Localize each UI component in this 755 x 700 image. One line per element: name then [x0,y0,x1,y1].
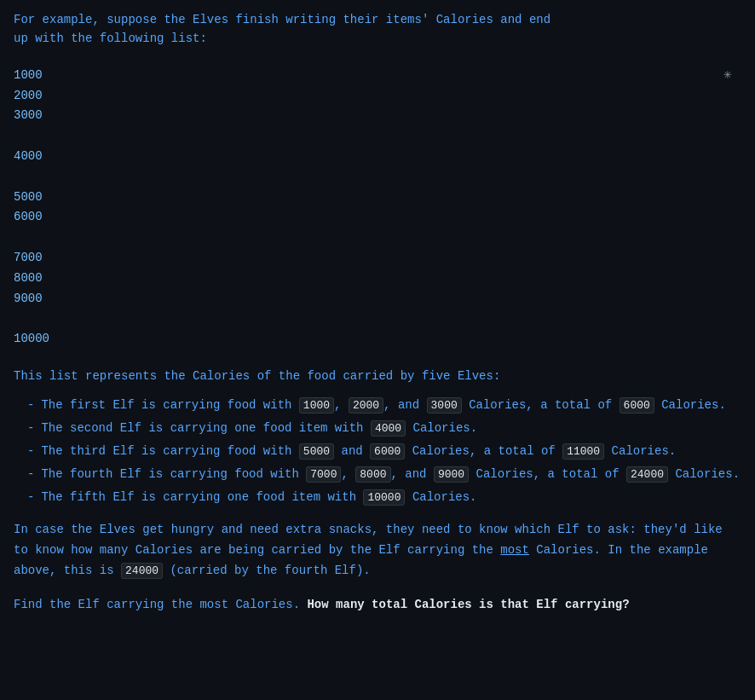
code-value: 10000 [363,489,405,506]
code-value: 2000 [349,397,383,414]
code-value: 3000 [427,397,462,414]
code-list-item: 3000 [14,106,741,126]
final-question: Find the Elf carrying the most Calories.… [14,595,741,616]
code-value: 4000 [371,420,406,437]
code-value: 9000 [434,466,469,483]
code-value: 6000 [370,443,405,460]
code-list-item: 4000 [14,147,741,167]
list-item: - The third Elf is carrying food with 50… [27,442,741,461]
code-value: 24000 [626,466,668,483]
bullet-dash: - [27,465,34,483]
code-list-item: 1000 [14,66,741,86]
bullet-content: The fourth Elf is carrying food with 700… [41,465,741,484]
code-value: 8000 [355,466,390,483]
code-list-item: 7000 [14,248,741,269]
code-list-item: 9000 [14,289,741,310]
bullet-content: The first Elf is carrying food with 1000… [41,396,741,415]
bullet-dash: - [27,419,34,437]
code-value: 11000 [562,443,604,460]
code-list-item: 10000 [14,329,741,350]
code-list-item: 5000 [14,188,741,208]
list-item: - The fifth Elf is carrying one food ite… [27,488,741,507]
list-item: - The first Elf is carrying food with 10… [27,396,741,415]
bullet-dash: - [27,488,34,506]
list-item: - The fourth Elf is carrying food with 7… [27,465,741,484]
code-value: 24000 [121,563,163,579]
copy-icon[interactable]: ✳ [718,66,738,86]
code-list-item: 2000 [14,86,741,107]
underline-word: most [500,543,529,557]
bullet-dash: - [27,442,34,460]
list-item: - The second Elf is carrying one food it… [27,419,741,438]
description-text: This list represents the Calories of the… [14,367,741,385]
intro-text: For example, suppose the Elves finish wr… [14,10,741,49]
bullet-dash: - [27,396,34,414]
bullet-content: The second Elf is carrying one food item… [41,419,741,438]
paragraph-1: In case the Elves get hungry and need ex… [14,520,741,581]
code-list-item [14,167,741,188]
code-value: 1000 [299,397,334,414]
code-list-item [14,228,741,248]
bullet-list: - The first Elf is carrying food with 10… [27,396,741,506]
code-list-item [14,126,741,147]
code-list-item [14,309,741,329]
bullet-content: The third Elf is carrying food with 5000… [41,442,741,461]
code-list-block: ✳ 1000 2000 3000 4000 5000 6000 7000 800… [14,62,741,353]
code-list-item: 6000 [14,207,741,228]
code-list-item: 8000 [14,269,741,289]
bold-question: How many total Calories is that Elf carr… [307,598,629,611]
code-value: 5000 [299,443,334,460]
code-value: 6000 [620,397,654,414]
code-value: 7000 [306,466,341,483]
bullet-content: The fifth Elf is carrying one food item … [41,488,741,507]
